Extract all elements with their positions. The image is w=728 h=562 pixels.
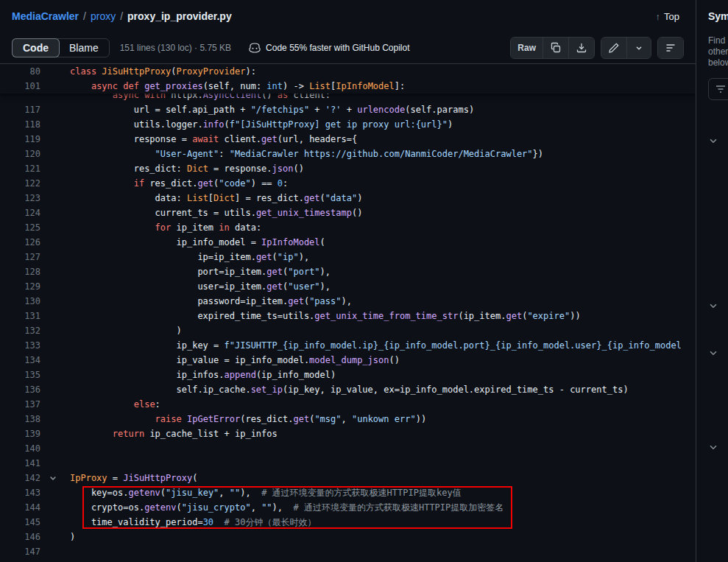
- code-text: ip_value = ip_info_model.model_dump_json…: [70, 353, 400, 368]
- copilot-icon: [249, 42, 261, 54]
- code-line-147: 147: [0, 544, 696, 559]
- symbols-panel-toggle-button[interactable]: [658, 38, 683, 58]
- line-number[interactable]: 147: [0, 544, 40, 559]
- tab-code[interactable]: Code: [12, 38, 60, 57]
- code-line-121: 121 res_dict: Dict = response.json(): [0, 161, 696, 176]
- edit-dropdown-button[interactable]: [626, 38, 651, 58]
- breadcrumb-repo-link[interactable]: MediaCrawler: [12, 10, 79, 22]
- gutter-spacer: [40, 102, 70, 117]
- code-line-128: 128 port=ip_item.get("port"),: [0, 264, 696, 279]
- code-text: ip=ip_item.get("ip"),: [70, 250, 309, 264]
- gutter-spacer: [40, 515, 70, 530]
- code-text: key=os.getenv("jisu_key", ""), # 通过环境变量的…: [70, 485, 462, 500]
- line-number[interactable]: 118: [0, 117, 40, 132]
- breadcrumb-separator: /: [83, 10, 86, 22]
- line-number[interactable]: 124: [0, 206, 40, 220]
- pencil-icon: [608, 42, 620, 54]
- code-text: if res_dict.get("code") == 0:: [70, 176, 288, 191]
- breadcrumb-filename: proxy_ip_provider.py: [127, 10, 232, 22]
- copy-icon: [550, 42, 562, 54]
- breadcrumb-separator: /: [120, 10, 123, 22]
- back-to-top-button[interactable]: ↑ Top: [651, 10, 684, 23]
- back-to-top-label: Top: [664, 11, 679, 22]
- code-text: utils.logger.info(f"[JiSuHttpProxy] get …: [70, 117, 453, 132]
- line-number[interactable]: 131: [0, 309, 40, 323]
- breadcrumb-dir-link[interactable]: proxy: [91, 10, 116, 22]
- chevron-down-icon: [634, 43, 644, 53]
- code-text: current_ts = utils.get_unix_timestamp(): [70, 206, 362, 220]
- chevron-down-icon: [708, 136, 718, 146]
- gutter-spacer: [40, 382, 70, 397]
- code-line-138: 138 raise IpGetError(res_dict.get("msg",…: [0, 412, 696, 426]
- line-number[interactable]: 125: [0, 220, 40, 235]
- file-view-column: MediaCrawler / proxy / proxy_ip_provider…: [0, 0, 696, 562]
- copilot-badge[interactable]: Code 55% faster with GitHub Copilot: [249, 42, 409, 54]
- line-number[interactable]: 123: [0, 191, 40, 206]
- code-text: response = await client.get(url, headers…: [70, 132, 357, 147]
- line-number[interactable]: 120: [0, 147, 40, 161]
- line-number[interactable]: 146: [0, 530, 40, 544]
- line-number[interactable]: 141: [0, 456, 40, 471]
- line-number[interactable]: 132: [0, 323, 40, 338]
- edit-button-group: [601, 37, 651, 59]
- line-number[interactable]: 122: [0, 176, 40, 191]
- line-number[interactable]: 128: [0, 264, 40, 279]
- gutter-spacer: [40, 500, 70, 515]
- chevron-down-icon: [708, 301, 718, 311]
- line-number[interactable]: 121: [0, 161, 40, 176]
- line-number[interactable]: 137: [0, 397, 40, 412]
- line-number[interactable]: 129: [0, 279, 40, 294]
- symbol-group-toggle[interactable]: [707, 348, 719, 359]
- code-text: user=ip_item.get("user"),: [70, 279, 331, 294]
- code-line-117: 117 url = self.api_path + "/fetchips" + …: [0, 102, 696, 117]
- gutter-spacer: [40, 176, 70, 191]
- code-text: port=ip_item.get("port"),: [70, 264, 331, 279]
- line-number[interactable]: 101: [0, 79, 40, 94]
- code-line-131: 131 expired_time_ts=utils.get_unix_time_…: [0, 309, 696, 323]
- line-number[interactable]: 127: [0, 250, 40, 264]
- line-number[interactable]: 143: [0, 485, 40, 500]
- edit-button[interactable]: [601, 38, 626, 58]
- code-blame-switcher: Code Blame: [12, 38, 110, 57]
- code-text: ip_key = f"JISUHTTP_{ip_info_model.ip}_{…: [70, 338, 682, 353]
- tab-blame[interactable]: Blame: [59, 39, 109, 57]
- line-number[interactable]: 117: [0, 102, 40, 117]
- line-number[interactable]: 130: [0, 294, 40, 309]
- symbol-group-toggle[interactable]: [707, 442, 719, 454]
- symbols-desc-line: Find definitions and references for func…: [708, 35, 728, 46]
- line-number[interactable]: 80: [0, 64, 40, 79]
- gutter-spacer: [40, 191, 70, 206]
- line-number[interactable]: 134: [0, 353, 40, 368]
- raw-button[interactable]: Raw: [511, 38, 543, 58]
- line-number[interactable]: 142: [0, 471, 40, 485]
- line-number[interactable]: 139: [0, 426, 40, 441]
- code-text: raise IpGetError(res_dict.get("msg", "un…: [70, 412, 426, 426]
- collapse-chevron-icon[interactable]: [40, 471, 70, 485]
- symbols-filter-input[interactable]: [708, 78, 728, 100]
- code-line-116: async with httpx.AsyncClient() as client…: [0, 94, 696, 102]
- code-line-142: 142IpProxy = JiSuHttpProxy(: [0, 471, 696, 485]
- line-number[interactable]: 126: [0, 235, 40, 250]
- line-number[interactable]: 138: [0, 412, 40, 426]
- copy-button[interactable]: [543, 38, 568, 58]
- code-text: return ip_cache_list + ip_infos: [70, 426, 278, 441]
- line-number[interactable]: 140: [0, 441, 40, 456]
- download-button[interactable]: [568, 38, 594, 58]
- symbol-group-toggle[interactable]: [707, 136, 719, 147]
- line-number[interactable]: 135: [0, 368, 40, 382]
- code-line-101: 101 async def get_proxies(self, num: int…: [0, 79, 696, 94]
- code-line-126: 126 ip_info_model = IpInfoModel(: [0, 235, 696, 250]
- code-line-136: 136 self.ip_cache.set_ip(ip_key, ip_valu…: [0, 382, 696, 397]
- line-number[interactable]: 133: [0, 338, 40, 353]
- line-number[interactable]: [0, 94, 40, 102]
- line-number[interactable]: 119: [0, 132, 40, 147]
- raw-button-group: Raw: [510, 37, 595, 59]
- line-number[interactable]: 136: [0, 382, 40, 397]
- line-number[interactable]: 144: [0, 500, 40, 515]
- code-line-124: 124 current_ts = utils.get_unix_timestam…: [0, 206, 696, 220]
- line-number[interactable]: 145: [0, 515, 40, 530]
- code-line-146: 146): [0, 530, 696, 544]
- code-text: expired_time_ts=utils.get_unix_time_from…: [70, 309, 581, 323]
- code-text: ): [70, 530, 75, 544]
- symbol-group-toggle[interactable]: [707, 301, 719, 312]
